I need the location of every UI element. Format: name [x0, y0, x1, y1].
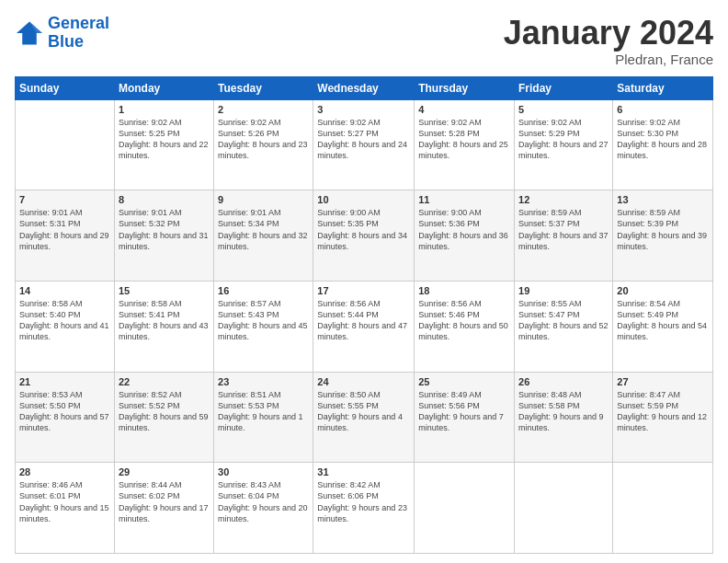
location: Pledran, France [504, 52, 713, 67]
day-number: 25 [418, 376, 510, 387]
day-detail: Sunrise: 8:42 AMSunset: 6:06 PMDaylight:… [317, 479, 410, 524]
calendar-cell: 8Sunrise: 9:01 AMSunset: 5:32 PMDaylight… [114, 190, 213, 282]
day-detail: Sunrise: 9:02 AMSunset: 5:26 PMDaylight:… [218, 117, 309, 162]
day-detail: Sunrise: 9:00 AMSunset: 5:35 PMDaylight:… [317, 207, 410, 252]
calendar-cell: 17Sunrise: 8:56 AMSunset: 5:44 PMDayligh… [313, 281, 415, 372]
calendar-cell: 5Sunrise: 9:02 AMSunset: 5:29 PMDaylight… [515, 99, 613, 190]
calendar-cell: 2Sunrise: 9:02 AMSunset: 5:26 PMDaylight… [214, 99, 313, 190]
day-number: 17 [317, 285, 410, 296]
logo: General Blue [15, 15, 109, 52]
calendar-cell: 19Sunrise: 8:55 AMSunset: 5:47 PMDayligh… [515, 281, 613, 372]
day-number: 27 [617, 376, 709, 387]
calendar-cell: 9Sunrise: 9:01 AMSunset: 5:34 PMDaylight… [214, 190, 313, 282]
day-number: 30 [218, 466, 309, 477]
col-monday: Monday [114, 76, 213, 99]
day-detail: Sunrise: 8:58 AMSunset: 5:41 PMDaylight:… [119, 298, 210, 343]
day-number: 13 [617, 194, 709, 205]
day-number: 5 [518, 104, 609, 115]
day-number: 26 [518, 376, 609, 387]
day-detail: Sunrise: 8:44 AMSunset: 6:02 PMDaylight:… [119, 479, 210, 524]
col-thursday: Thursday [415, 76, 515, 99]
day-detail: Sunrise: 9:01 AMSunset: 5:31 PMDaylight:… [19, 207, 110, 252]
day-number: 24 [317, 376, 410, 387]
calendar-cell: 14Sunrise: 8:58 AMSunset: 5:40 PMDayligh… [16, 281, 115, 372]
calendar-cell: 29Sunrise: 8:44 AMSunset: 6:02 PMDayligh… [114, 463, 213, 554]
day-number: 20 [617, 285, 709, 296]
month-title: January 2024 [504, 15, 713, 52]
calendar-week-2: 14Sunrise: 8:58 AMSunset: 5:40 PMDayligh… [16, 281, 713, 372]
day-number: 19 [518, 285, 609, 296]
day-number: 1 [119, 104, 210, 115]
calendar-cell: 18Sunrise: 8:56 AMSunset: 5:46 PMDayligh… [415, 281, 515, 372]
day-number: 16 [218, 285, 309, 296]
day-number: 3 [317, 104, 410, 115]
day-detail: Sunrise: 9:02 AMSunset: 5:25 PMDaylight:… [119, 117, 210, 162]
header: General Blue January 2024 Pledran, Franc… [15, 15, 713, 67]
calendar-week-4: 28Sunrise: 8:46 AMSunset: 6:01 PMDayligh… [16, 463, 713, 554]
calendar-cell: 12Sunrise: 8:59 AMSunset: 5:37 PMDayligh… [515, 190, 613, 282]
day-detail: Sunrise: 8:51 AMSunset: 5:53 PMDaylight:… [218, 389, 309, 434]
day-number: 12 [518, 194, 609, 205]
calendar-cell: 4Sunrise: 9:02 AMSunset: 5:28 PMDaylight… [415, 99, 515, 190]
calendar-cell: 23Sunrise: 8:51 AMSunset: 5:53 PMDayligh… [214, 372, 313, 463]
day-detail: Sunrise: 9:02 AMSunset: 5:27 PMDaylight:… [317, 117, 410, 162]
calendar-cell: 22Sunrise: 8:52 AMSunset: 5:52 PMDayligh… [114, 372, 213, 463]
day-detail: Sunrise: 8:54 AMSunset: 5:49 PMDaylight:… [617, 298, 709, 343]
day-detail: Sunrise: 9:00 AMSunset: 5:36 PMDaylight:… [418, 207, 510, 252]
calendar-cell: 26Sunrise: 8:48 AMSunset: 5:58 PMDayligh… [515, 372, 613, 463]
calendar-cell: 21Sunrise: 8:53 AMSunset: 5:50 PMDayligh… [16, 372, 115, 463]
day-detail: Sunrise: 8:57 AMSunset: 5:43 PMDaylight:… [218, 298, 309, 343]
day-number: 7 [19, 194, 110, 205]
day-detail: Sunrise: 8:53 AMSunset: 5:50 PMDaylight:… [19, 389, 110, 434]
col-sunday: Sunday [16, 76, 115, 99]
day-number: 15 [119, 285, 210, 296]
day-detail: Sunrise: 8:55 AMSunset: 5:47 PMDaylight:… [518, 298, 609, 343]
day-number: 29 [119, 466, 210, 477]
day-detail: Sunrise: 8:56 AMSunset: 5:44 PMDaylight:… [317, 298, 410, 343]
day-detail: Sunrise: 8:46 AMSunset: 6:01 PMDaylight:… [19, 479, 110, 524]
day-detail: Sunrise: 8:50 AMSunset: 5:55 PMDaylight:… [317, 389, 410, 434]
day-detail: Sunrise: 8:58 AMSunset: 5:40 PMDaylight:… [19, 298, 110, 343]
day-detail: Sunrise: 8:48 AMSunset: 5:58 PMDaylight:… [518, 389, 609, 434]
calendar-cell: 3Sunrise: 9:02 AMSunset: 5:27 PMDaylight… [313, 99, 415, 190]
day-number: 28 [19, 466, 110, 477]
day-number: 11 [418, 194, 510, 205]
day-number: 6 [617, 104, 709, 115]
calendar-cell: 10Sunrise: 9:00 AMSunset: 5:35 PMDayligh… [313, 190, 415, 282]
day-detail: Sunrise: 8:56 AMSunset: 5:46 PMDaylight:… [418, 298, 510, 343]
calendar-cell: 25Sunrise: 8:49 AMSunset: 5:56 PMDayligh… [415, 372, 515, 463]
calendar-week-0: 1Sunrise: 9:02 AMSunset: 5:25 PMDaylight… [16, 99, 713, 190]
title-block: January 2024 Pledran, France [504, 15, 713, 67]
day-detail: Sunrise: 8:47 AMSunset: 5:59 PMDaylight:… [617, 389, 709, 434]
day-detail: Sunrise: 9:02 AMSunset: 5:28 PMDaylight:… [418, 117, 510, 162]
day-number: 14 [19, 285, 110, 296]
day-number: 21 [19, 376, 110, 387]
day-detail: Sunrise: 9:01 AMSunset: 5:32 PMDaylight:… [119, 207, 210, 252]
calendar-cell: 27Sunrise: 8:47 AMSunset: 5:59 PMDayligh… [613, 372, 713, 463]
day-detail: Sunrise: 8:59 AMSunset: 5:39 PMDaylight:… [617, 207, 709, 252]
calendar-cell [515, 463, 613, 554]
page-container: General Blue January 2024 Pledran, Franc… [0, 0, 728, 563]
day-number: 18 [418, 285, 510, 296]
day-number: 10 [317, 194, 410, 205]
calendar-cell: 6Sunrise: 9:02 AMSunset: 5:30 PMDaylight… [613, 99, 713, 190]
day-number: 31 [317, 466, 410, 477]
calendar-cell: 24Sunrise: 8:50 AMSunset: 5:55 PMDayligh… [313, 372, 415, 463]
calendar-cell [613, 463, 713, 554]
col-saturday: Saturday [613, 76, 713, 99]
day-detail: Sunrise: 8:49 AMSunset: 5:56 PMDaylight:… [418, 389, 510, 434]
calendar-cell [415, 463, 515, 554]
col-friday: Friday [515, 76, 613, 99]
day-detail: Sunrise: 8:59 AMSunset: 5:37 PMDaylight:… [518, 207, 609, 252]
calendar-cell [16, 99, 115, 190]
day-number: 22 [119, 376, 210, 387]
calendar-table: Sunday Monday Tuesday Wednesday Thursday… [15, 76, 713, 554]
calendar-cell: 15Sunrise: 8:58 AMSunset: 5:41 PMDayligh… [114, 281, 213, 372]
day-number: 9 [218, 194, 309, 205]
day-number: 8 [119, 194, 210, 205]
col-tuesday: Tuesday [214, 76, 313, 99]
calendar-cell: 30Sunrise: 8:43 AMSunset: 6:04 PMDayligh… [214, 463, 313, 554]
calendar-week-3: 21Sunrise: 8:53 AMSunset: 5:50 PMDayligh… [16, 372, 713, 463]
day-number: 23 [218, 376, 309, 387]
calendar-cell: 31Sunrise: 8:42 AMSunset: 6:06 PMDayligh… [313, 463, 415, 554]
